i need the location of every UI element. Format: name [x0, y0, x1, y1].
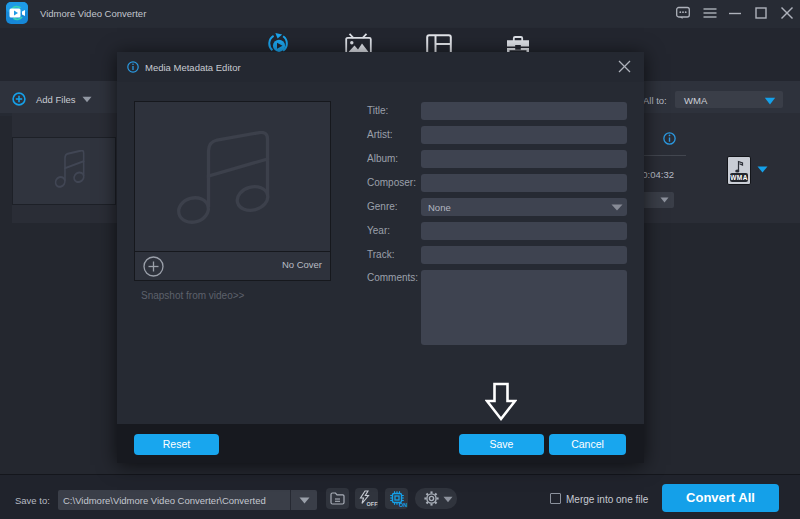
svg-text:OFF: OFF — [367, 501, 379, 507]
svg-text:ON: ON — [399, 502, 407, 508]
